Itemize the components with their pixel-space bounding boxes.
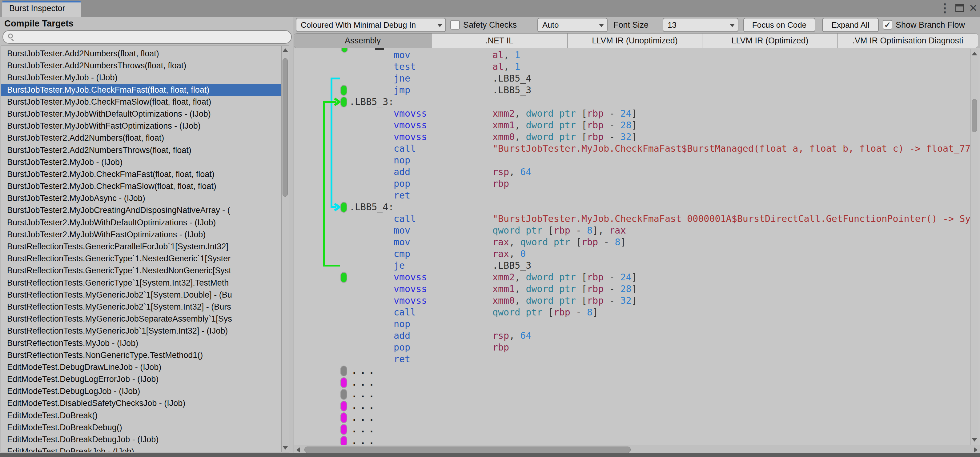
debug-mode-dropdown[interactable]: Coloured With Minimal Debug In (296, 18, 446, 32)
list-item[interactable]: EditModeTest.DebugDrawLineJob - (IJob) (1, 361, 281, 373)
list-item[interactable]: BurstJobTester.Add2NumbersThrows(float, … (1, 60, 281, 72)
list-item[interactable]: BurstJobTester.MyJobWithDefaultOptimizat… (1, 108, 281, 120)
list-item[interactable]: BurstJobTester2.MyJobCreatingAndDisposin… (1, 204, 281, 217)
list-item[interactable]: BurstReflectionTests.NonGenericType.Test… (1, 349, 281, 361)
code-instruction-row: vmovssxmm1, dword ptr [rbp - 28] (294, 119, 980, 131)
list-item[interactable]: BurstJobTester2.MyJob - (IJob) (1, 156, 281, 168)
font-size-label: Font Size (613, 17, 649, 33)
window-bottom-edge (0, 453, 980, 457)
code-vertical-scrollbar[interactable] (970, 49, 978, 445)
scroll-up-arrow-icon[interactable] (972, 52, 977, 56)
list-item[interactable]: BurstJobTester2.Add2Numbers(float, float… (1, 132, 281, 144)
code-instruction-row: jne.LBB5_4 (294, 73, 980, 84)
chevron-down-icon (730, 24, 735, 27)
list-item[interactable]: EditModeTest.DoBreakDebugJob - (IJob) (1, 434, 281, 446)
collapsed-block-row: ... (294, 389, 980, 400)
list-item[interactable]: EditModeTest.DebugLogErrorJob - (IJob) (1, 373, 281, 385)
compile-targets-panel: Compile Targets BurstJobTester.Add2Numbe… (0, 17, 293, 454)
code-instruction-row: movrax, qword ptr [rbp - 8] (294, 236, 980, 248)
maximize-glyph (955, 4, 964, 12)
focus-on-code-button[interactable]: Focus on Code (743, 18, 815, 32)
code-hscrollbar-thumb[interactable] (304, 447, 631, 453)
list-item[interactable]: BurstJobTester2.MyJobWithDefaultOptimiza… (1, 217, 281, 229)
list-item[interactable]: BurstReflectionTests.MyJob - (IJob) (1, 337, 281, 349)
list-item[interactable]: BurstReflectionTests.MyGenericJobSeparat… (1, 313, 281, 325)
list-item[interactable]: BurstReflectionTests.GenericType`1[Syste… (1, 277, 281, 289)
scroll-up-arrow-icon[interactable] (283, 48, 288, 52)
list-item[interactable]: BurstReflectionTests.MyGenericJob`1[Syst… (1, 325, 281, 337)
code-instruction-row: vmovssxmm0, dword ptr [rbp - 32] (294, 295, 980, 307)
font-size-value: 13 (668, 19, 727, 31)
block-pill-green (340, 85, 347, 96)
toolbar: Coloured With Minimal Debug In Safety Ch… (293, 17, 980, 33)
compile-targets-listbox: BurstJobTester.Add2Numbers(float, float)… (1, 46, 289, 452)
output-tabbar: Assembly.NET ILLLVM IR (Unoptimized)LLVM… (294, 33, 978, 48)
target-value: Auto (542, 19, 597, 31)
tab-llvm-ir-optimized-[interactable]: LLVM IR (Optimized) (702, 33, 838, 48)
code-instruction-row: call"BurstJobTester.MyJob.CheckFmaFast_0… (294, 213, 980, 225)
search-icon (8, 33, 13, 38)
assembly-code-pane[interactable]: moval, 1testal, 1jne.LBB5_4jmp.LBB5_3.LB… (294, 48, 980, 445)
code-instruction-row: addrsp, 64 (294, 330, 980, 342)
list-item[interactable]: BurstReflectionTests.GenericParallelForJ… (1, 240, 281, 253)
list-scrollbar-thumb[interactable] (283, 58, 288, 197)
kebab-menu-icon[interactable]: ⋮ (938, 1, 952, 15)
list-item[interactable]: BurstJobTester2.MyJobWithFastOptimizatio… (1, 229, 281, 240)
tab--net-il[interactable]: .NET IL (431, 33, 568, 48)
chevron-down-icon (599, 24, 604, 27)
block-pill-magenta (340, 436, 347, 445)
list-item[interactable]: BurstJobTester.MyJobWithFastOptimization… (1, 120, 281, 132)
list-item[interactable]: BurstReflectionTests.GenericType`1.Neste… (1, 253, 281, 265)
list-item[interactable]: EditModeTest.DisabledSafetyChecksJob - (… (1, 397, 281, 409)
list-item[interactable]: BurstJobTester2.Add2NumbersThrows(float,… (1, 144, 281, 156)
show-branch-flow-label: Show Branch Flow (896, 17, 965, 33)
scroll-right-arrow-icon[interactable] (974, 447, 978, 453)
list-vertical-scrollbar[interactable] (281, 46, 289, 452)
code-instruction-row: vmovssxmm0, dword ptr [rbp - 32] (294, 131, 980, 143)
code-instruction-row: jmp.LBB5_3 (294, 84, 980, 96)
window-tab-burst-inspector[interactable]: Burst Inspector (2, 1, 81, 17)
list-item[interactable]: BurstJobTester.MyJob - (IJob) (1, 72, 281, 84)
block-pill-green (340, 202, 347, 213)
scroll-down-arrow-icon[interactable] (283, 446, 288, 450)
collapsed-block-row: ... (294, 424, 980, 435)
debug-mode-value: Coloured With Minimal Debug In (301, 19, 435, 31)
block-pill-green (340, 272, 347, 283)
list-item[interactable]: BurstJobTester2.MyJob.CheckFmaFast(float… (1, 168, 281, 180)
list-item[interactable]: BurstReflectionTests.MyGenericJob2`1[Sys… (1, 301, 281, 313)
scroll-down-arrow-icon[interactable] (972, 438, 977, 442)
list-item[interactable]: EditModeTest.DoBreakDebug() (1, 422, 281, 434)
scroll-left-arrow-icon[interactable] (296, 447, 300, 453)
target-dropdown[interactable]: Auto (538, 18, 608, 32)
expand-all-button[interactable]: Expand All (822, 18, 879, 32)
code-scrollbar-thumb[interactable] (972, 99, 977, 132)
list-item[interactable]: EditModeTest.DoBreak() (1, 409, 281, 422)
close-icon[interactable]: ✕ (966, 1, 980, 15)
list-item[interactable]: BurstJobTester2.MyJob.CheckFmaSlow(float… (1, 180, 281, 192)
list-item[interactable]: BurstJobTester2.MyJobAsync - (IJob) (1, 192, 281, 204)
list-item[interactable]: EditModeTest.DoBreakJob - (IJob) (1, 446, 281, 452)
block-pill-magenta (340, 377, 347, 388)
list-item[interactable]: BurstReflectionTests.GenericType`1.Neste… (1, 265, 281, 277)
tab-llvm-ir-unoptimized-[interactable]: LLVM IR (Unoptimized) (568, 33, 702, 48)
maximize-icon[interactable] (952, 1, 967, 15)
disassembly-panel: Coloured With Minimal Debug In Safety Ch… (293, 17, 980, 454)
show-branch-flow-checkbox[interactable]: ✓ (883, 20, 892, 30)
compile-targets-header: Compile Targets (4, 19, 73, 29)
list-item[interactable]: BurstReflectionTests.MyGenericJob2`1[Sys… (1, 289, 281, 301)
safety-checks-checkbox[interactable] (450, 20, 460, 30)
tab-assembly[interactable]: Assembly (294, 33, 431, 48)
code-instruction-row: vmovssxmm2, dword ptr [rbp - 24] (294, 108, 980, 119)
list-item[interactable]: BurstJobTester.Add2Numbers(float, float) (1, 48, 281, 60)
code-instruction-row: ret (294, 189, 980, 201)
search-input[interactable] (17, 31, 288, 43)
list-item[interactable]: BurstJobTester.MyJob.CheckFmaSlow(float,… (1, 96, 281, 108)
block-pill-magenta (340, 401, 347, 411)
list-item[interactable]: EditModeTest.DebugLogJob - (IJob) (1, 385, 281, 397)
code-instruction-row: poprbp (294, 342, 980, 353)
list-item[interactable]: BurstJobTester.MyJob.CheckFmaFast(float,… (1, 84, 281, 96)
tab--vm-ir-optimisation-diagnosti[interactable]: .VM IR Optimisation Diagnosti (838, 33, 978, 48)
font-size-dropdown[interactable]: 13 (663, 18, 738, 32)
safety-checks-label: Safety Checks (463, 17, 517, 33)
burst-inspector-window: Burst Inspector ⋮ ✕ Compile Targets Burs… (0, 0, 980, 457)
